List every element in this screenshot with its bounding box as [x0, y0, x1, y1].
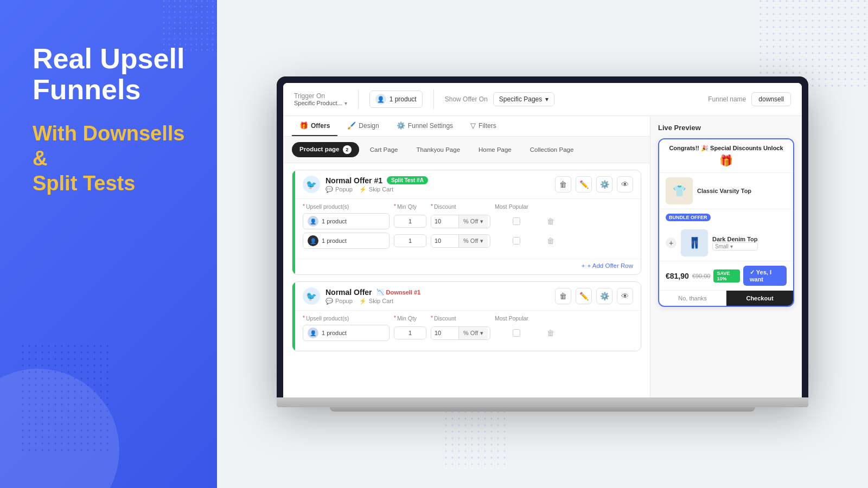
discount-suffix-2-1[interactable]: % Off ▾ [458, 327, 488, 339]
trigger-label-group: Trigger On Specific Product... ▾ [294, 92, 347, 106]
product-avatar-1-2: 👤 [308, 235, 318, 246]
divider-2 [433, 89, 434, 109]
editor-panel: 🎁 Offers 🖌️ Design ⚙️ Funnel Settings [283, 116, 650, 397]
product-select-2-1[interactable]: 👤 1 product [303, 325, 390, 341]
offer-2-title-group: Normal Offer 📉 Downsell #1 [326, 288, 550, 305]
popup-icon-2: 💬 [326, 298, 333, 305]
hero-subtitle: With Downsells & Split Tests [33, 121, 190, 196]
page-tab-product[interactable]: Product page 2 [292, 142, 359, 157]
qty-input-2-1[interactable] [394, 326, 426, 339]
laptop: Trigger On Specific Product... ▾ 👤 [277, 76, 808, 412]
size-select[interactable]: Small ▾ [712, 242, 758, 251]
dots-bottom-right [445, 404, 510, 470]
col-popular-label: Most Popular [495, 203, 528, 210]
delete-row-1-1[interactable]: 🗑 [542, 217, 559, 226]
preview-card: Congrats!! 🎉 Special Discounts Unlock 🎁 … [658, 138, 794, 307]
discount-input-1-1[interactable] [431, 215, 458, 227]
offer-2-actions: 🗑 ✏️ ⚙️ 👁 [555, 288, 633, 304]
page-tab-collection[interactable]: Collection Page [522, 143, 582, 156]
offer-card-2-inner: 🐦 Normal Offer 📉 Downsell #1 [292, 282, 641, 351]
dots-top-right [760, 0, 868, 87]
trigger-value: Specific Product... [294, 100, 342, 106]
hero-content: Real Upsell Funnels With Downsells & Spl… [0, 0, 217, 196]
laptop-base [277, 397, 808, 407]
discount-input-1-2[interactable] [431, 235, 458, 247]
page-tab-thankyou[interactable]: Thankyou Page [409, 143, 468, 156]
product-badge[interactable]: 👤 1 product [369, 91, 423, 108]
page-tab-cart[interactable]: Cart Page [362, 143, 406, 156]
discount-input-2-1[interactable] [431, 327, 458, 339]
col-header-popular: Most Popular [495, 203, 538, 210]
offer-card-2-content: 🐦 Normal Offer 📉 Downsell #1 [295, 282, 641, 351]
col-header-qty-2: * Min Qty [394, 315, 426, 322]
tab-offers[interactable]: 🎁 Offers [292, 116, 337, 136]
required-star-4: * [303, 315, 305, 322]
preview-product-2-info: Dark Denim Top Small ▾ [712, 236, 758, 251]
offer-1-table: * Upsell product(s) * Min Qty [295, 198, 641, 259]
product-select-1-2[interactable]: 👤 1 product [303, 233, 390, 249]
funnel-section: Funnel name downsell [708, 92, 791, 106]
col-product-label: Upsell product(s) [306, 203, 349, 210]
qty-input-1-1[interactable] [394, 215, 426, 228]
discount-suffix-label-2-1: % Off [463, 330, 478, 336]
offer-2-delete-btn[interactable]: 🗑 [555, 288, 571, 304]
top-bar: Trigger On Specific Product... ▾ 👤 [283, 83, 802, 116]
required-star-5: * [394, 315, 396, 322]
offer-1-popup: 💬 Popup [326, 186, 353, 193]
delete-row-1-2[interactable]: 🗑 [542, 236, 559, 245]
hero-title-line1: Real Upsell [33, 43, 184, 74]
show-offer-chevron-icon: ▾ [545, 95, 548, 103]
offer-1-settings-btn[interactable]: ⚙️ [596, 176, 612, 192]
offer-2-badge-label: Downsell #1 [386, 289, 421, 296]
offer-2-settings-btn[interactable]: ⚙️ [596, 288, 612, 304]
discount-chevron-icon-1-2: ▾ [480, 237, 483, 245]
offer-1-preview-btn[interactable]: 👁 [617, 176, 633, 192]
show-offer-dropdown[interactable]: Specific Pages ▾ [493, 92, 554, 106]
delete-row-2-1[interactable]: 🗑 [542, 329, 559, 337]
show-offer-label: Show Offer On [445, 95, 488, 103]
discount-suffix-1-1[interactable]: % Off ▾ [458, 215, 488, 228]
add-row-btn-1[interactable]: + + Add Offer Row [582, 262, 633, 269]
offer-2-downsell-badge: 📉 Downsell #1 [376, 288, 421, 296]
laptop-screen-wrapper: Trigger On Specific Product... ▾ 👤 [277, 76, 808, 397]
app-ui: Trigger On Specific Product... ▾ 👤 [283, 83, 802, 397]
show-offer-section: Show Offer On Specific Pages ▾ [445, 92, 555, 106]
offer-1-badge: Split Test #A [387, 176, 428, 184]
offer-1-table-header: * Upsell product(s) * Min Qty [303, 203, 633, 213]
trigger-chevron-icon[interactable]: ▾ [344, 100, 347, 106]
page-tab-badge: 2 [343, 145, 352, 154]
discount-suffix-1-2[interactable]: % Off ▾ [458, 235, 488, 247]
col-popular-label-2: Most Popular [495, 315, 528, 322]
checkbox-2-1[interactable] [513, 329, 520, 337]
discount-suffix-label-1-2: % Off [463, 237, 478, 244]
product-label-1-2: 1 product [322, 237, 347, 244]
tab-filters-label: Filters [478, 122, 496, 130]
col-header-popular-2: Most Popular [495, 315, 538, 322]
tab-design[interactable]: 🖌️ Design [340, 116, 386, 136]
offer-1-delete-btn[interactable]: 🗑 [555, 176, 571, 192]
tab-filters[interactable]: ▽ Filters [463, 116, 504, 136]
offer-1-actions: 🗑 ✏️ ⚙️ 👁 [555, 176, 633, 192]
page-tab-home[interactable]: Home Page [471, 143, 519, 156]
bundle-badge: BUNDLE OFFER [666, 214, 711, 221]
checkout-btn[interactable]: Checkout [726, 291, 793, 306]
no-thanks-btn[interactable]: No, thanks [659, 291, 726, 306]
page-tab-cart-label: Cart Page [370, 146, 398, 153]
qty-input-1-2[interactable] [394, 234, 426, 247]
yes-btn[interactable]: ✓ Yes, I want [743, 266, 787, 286]
product-select-1-1[interactable]: 👤 1 product [303, 213, 390, 229]
offer-1-row-1: 👤 1 product % Of [303, 213, 633, 229]
preview-product-2: + 👖 Dark Denim Top Small ▾ [659, 225, 793, 261]
offer-2-edit-btn[interactable]: ✏️ [576, 288, 592, 304]
offer-1-edit-btn[interactable]: ✏️ [576, 176, 592, 192]
offer-2-preview-btn[interactable]: 👁 [617, 288, 633, 304]
checkbox-1-2[interactable] [513, 237, 520, 245]
page-tab-product-label: Product page [299, 146, 339, 152]
tab-funnel-settings[interactable]: ⚙️ Funnel Settings [389, 116, 461, 136]
col-header-product: * Upsell product(s) [303, 203, 390, 210]
preview-product-2-name: Dark Denim Top [712, 236, 758, 242]
discount-wrap-2-1: % Off ▾ [431, 326, 490, 340]
tab-funnel-settings-label: Funnel Settings [408, 122, 453, 130]
required-star-1: * [303, 203, 305, 210]
checkbox-1-1[interactable] [513, 217, 520, 225]
